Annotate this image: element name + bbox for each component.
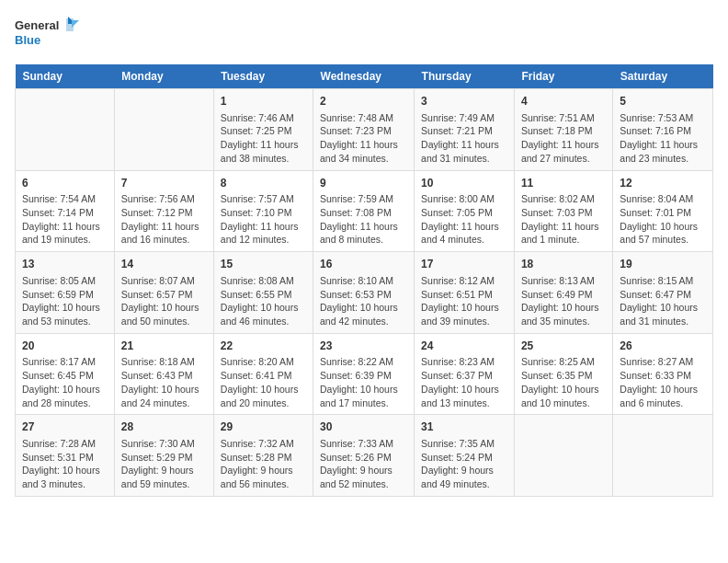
calendar-cell: 29Sunrise: 7:32 AM Sunset: 5:28 PM Dayli… (213, 415, 313, 497)
calendar-cell: 18Sunrise: 8:13 AM Sunset: 6:49 PM Dayli… (514, 252, 612, 334)
day-detail: Sunrise: 8:02 AM Sunset: 7:03 PM Dayligh… (521, 192, 606, 247)
day-number: 17 (421, 257, 507, 272)
day-detail: Sunrise: 8:27 AM Sunset: 6:33 PM Dayligh… (620, 355, 706, 409)
day-of-week-header: Sunday (16, 64, 115, 89)
day-detail: Sunrise: 7:54 AM Sunset: 7:14 PM Dayligh… (22, 192, 108, 247)
calendar-cell: 5Sunrise: 7:53 AM Sunset: 7:16 PM Daylig… (613, 89, 713, 171)
day-number: 27 (22, 419, 108, 435)
calendar-cell: 28Sunrise: 7:30 AM Sunset: 5:29 PM Dayli… (114, 415, 213, 497)
day-detail: Sunrise: 7:56 AM Sunset: 7:12 PM Dayligh… (121, 192, 207, 247)
day-number: 30 (320, 419, 407, 435)
day-number: 18 (521, 257, 606, 272)
day-number: 21 (121, 339, 207, 354)
day-detail: Sunrise: 7:51 AM Sunset: 7:18 PM Dayligh… (521, 111, 606, 166)
calendar-cell: 10Sunrise: 8:00 AM Sunset: 7:05 PM Dayli… (415, 170, 515, 252)
day-number: 9 (320, 176, 407, 191)
calendar-cell: 27Sunrise: 7:28 AM Sunset: 5:31 PM Dayli… (16, 415, 115, 497)
day-number: 11 (521, 176, 606, 191)
day-detail: Sunrise: 7:48 AM Sunset: 7:23 PM Dayligh… (320, 111, 407, 166)
day-detail: Sunrise: 7:32 AM Sunset: 5:28 PM Dayligh… (221, 437, 306, 491)
day-detail: Sunrise: 8:13 AM Sunset: 6:49 PM Dayligh… (521, 274, 606, 328)
calendar-cell: 30Sunrise: 7:33 AM Sunset: 5:26 PM Dayli… (313, 415, 415, 497)
day-number: 29 (221, 419, 306, 435)
calendar-week-row: 13Sunrise: 8:05 AM Sunset: 6:59 PM Dayli… (16, 252, 713, 334)
calendar-cell (114, 89, 213, 171)
day-detail: Sunrise: 7:35 AM Sunset: 5:24 PM Dayligh… (421, 437, 507, 491)
day-detail: Sunrise: 8:23 AM Sunset: 6:37 PM Dayligh… (421, 355, 507, 409)
svg-marker-4 (72, 20, 79, 28)
page-header: General Blue (15, 15, 713, 53)
day-number: 12 (620, 176, 706, 191)
day-number: 31 (421, 419, 507, 435)
day-number: 4 (521, 94, 606, 109)
day-detail: Sunrise: 8:15 AM Sunset: 6:47 PM Dayligh… (620, 274, 706, 328)
calendar-cell: 12Sunrise: 8:04 AM Sunset: 7:01 PM Dayli… (613, 170, 713, 252)
day-detail: Sunrise: 7:33 AM Sunset: 5:26 PM Dayligh… (320, 437, 407, 491)
calendar-cell: 19Sunrise: 8:15 AM Sunset: 6:47 PM Dayli… (613, 252, 713, 334)
calendar-cell: 8Sunrise: 7:57 AM Sunset: 7:10 PM Daylig… (213, 170, 313, 252)
calendar-cell (16, 89, 115, 171)
calendar-cell: 13Sunrise: 8:05 AM Sunset: 6:59 PM Dayli… (16, 252, 115, 334)
day-detail: Sunrise: 7:30 AM Sunset: 5:29 PM Dayligh… (121, 437, 207, 491)
calendar-cell (613, 415, 713, 497)
svg-text:Blue: Blue (15, 33, 40, 47)
day-detail: Sunrise: 8:22 AM Sunset: 6:39 PM Dayligh… (320, 355, 407, 409)
calendar-cell: 25Sunrise: 8:25 AM Sunset: 6:35 PM Dayli… (514, 333, 612, 415)
day-number: 13 (22, 257, 108, 272)
day-detail: Sunrise: 8:25 AM Sunset: 6:35 PM Dayligh… (521, 355, 606, 409)
calendar-table: SundayMondayTuesdayWednesdayThursdayFrid… (15, 64, 713, 497)
calendar-week-row: 20Sunrise: 8:17 AM Sunset: 6:45 PM Dayli… (16, 333, 713, 415)
day-detail: Sunrise: 8:20 AM Sunset: 6:41 PM Dayligh… (221, 355, 306, 409)
day-detail: Sunrise: 8:10 AM Sunset: 6:53 PM Dayligh… (320, 274, 407, 328)
day-number: 10 (421, 176, 507, 191)
calendar-cell: 9Sunrise: 7:59 AM Sunset: 7:08 PM Daylig… (313, 170, 415, 252)
day-detail: Sunrise: 8:04 AM Sunset: 7:01 PM Dayligh… (620, 192, 706, 247)
logo: General Blue (15, 15, 79, 53)
calendar-cell: 21Sunrise: 8:18 AM Sunset: 6:43 PM Dayli… (114, 333, 213, 415)
calendar-cell: 14Sunrise: 8:07 AM Sunset: 6:57 PM Dayli… (114, 252, 213, 334)
day-number: 1 (221, 94, 306, 109)
day-number: 7 (121, 176, 207, 191)
day-detail: Sunrise: 7:57 AM Sunset: 7:10 PM Dayligh… (221, 192, 306, 247)
day-detail: Sunrise: 7:46 AM Sunset: 7:25 PM Dayligh… (221, 111, 306, 166)
day-detail: Sunrise: 8:18 AM Sunset: 6:43 PM Dayligh… (121, 355, 207, 409)
day-of-week-header: Monday (114, 64, 213, 89)
calendar-cell: 24Sunrise: 8:23 AM Sunset: 6:37 PM Dayli… (415, 333, 515, 415)
calendar-cell: 4Sunrise: 7:51 AM Sunset: 7:18 PM Daylig… (514, 89, 612, 171)
day-number: 3 (421, 94, 507, 109)
calendar-cell: 11Sunrise: 8:02 AM Sunset: 7:03 PM Dayli… (514, 170, 612, 252)
day-number: 20 (22, 339, 108, 354)
calendar-week-row: 1Sunrise: 7:46 AM Sunset: 7:25 PM Daylig… (16, 89, 713, 171)
calendar-cell (514, 415, 612, 497)
day-detail: Sunrise: 8:17 AM Sunset: 6:45 PM Dayligh… (22, 355, 108, 409)
day-detail: Sunrise: 8:00 AM Sunset: 7:05 PM Dayligh… (421, 192, 507, 247)
day-number: 28 (121, 419, 207, 435)
day-number: 14 (121, 257, 207, 272)
day-number: 2 (320, 94, 407, 109)
calendar-cell: 6Sunrise: 7:54 AM Sunset: 7:14 PM Daylig… (16, 170, 115, 252)
day-of-week-header: Saturday (613, 64, 713, 89)
day-detail: Sunrise: 8:08 AM Sunset: 6:55 PM Dayligh… (221, 274, 306, 328)
day-number: 5 (620, 94, 706, 109)
day-detail: Sunrise: 8:05 AM Sunset: 6:59 PM Dayligh… (22, 274, 108, 328)
calendar-cell: 3Sunrise: 7:49 AM Sunset: 7:21 PM Daylig… (415, 89, 515, 171)
day-number: 26 (620, 339, 706, 354)
calendar-cell: 16Sunrise: 8:10 AM Sunset: 6:53 PM Dayli… (313, 252, 415, 334)
calendar-cell: 7Sunrise: 7:56 AM Sunset: 7:12 PM Daylig… (114, 170, 213, 252)
day-detail: Sunrise: 7:49 AM Sunset: 7:21 PM Dayligh… (421, 111, 507, 166)
calendar-cell: 31Sunrise: 7:35 AM Sunset: 5:24 PM Dayli… (415, 415, 515, 497)
day-number: 19 (620, 257, 706, 272)
svg-text:General: General (15, 18, 59, 32)
day-of-week-header: Tuesday (213, 64, 313, 89)
calendar-cell: 20Sunrise: 8:17 AM Sunset: 6:45 PM Dayli… (16, 333, 115, 415)
day-of-week-header: Friday (514, 64, 612, 89)
day-number: 25 (521, 339, 606, 354)
day-detail: Sunrise: 7:53 AM Sunset: 7:16 PM Dayligh… (620, 111, 706, 166)
day-detail: Sunrise: 8:12 AM Sunset: 6:51 PM Dayligh… (421, 274, 507, 328)
calendar-cell: 2Sunrise: 7:48 AM Sunset: 7:23 PM Daylig… (313, 89, 415, 171)
calendar-cell: 23Sunrise: 8:22 AM Sunset: 6:39 PM Dayli… (313, 333, 415, 415)
day-number: 15 (221, 257, 306, 272)
calendar-cell: 22Sunrise: 8:20 AM Sunset: 6:41 PM Dayli… (213, 333, 313, 415)
calendar-cell: 17Sunrise: 8:12 AM Sunset: 6:51 PM Dayli… (415, 252, 515, 334)
calendar-header-row: SundayMondayTuesdayWednesdayThursdayFrid… (16, 64, 713, 89)
